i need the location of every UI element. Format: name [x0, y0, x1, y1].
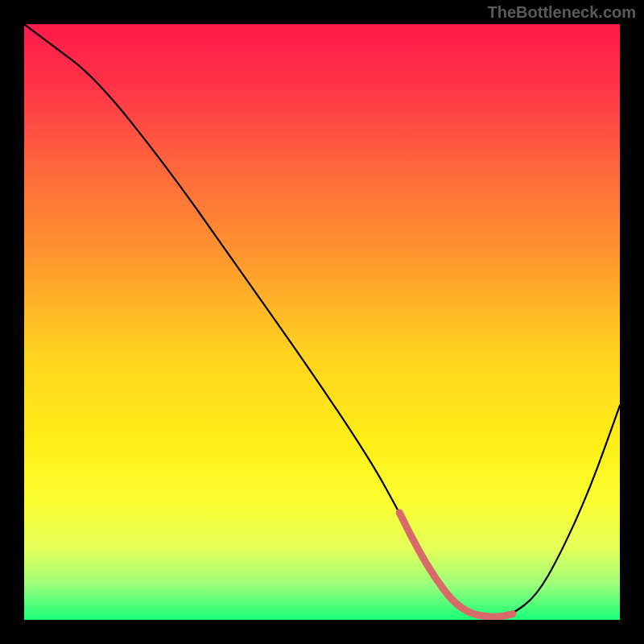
bottleneck-curve — [24, 24, 620, 617]
plot-area — [24, 24, 620, 620]
chart-container: TheBottleneck.com — [0, 0, 644, 644]
watermark-label: TheBottleneck.com — [488, 3, 636, 22]
optimal-range-marker — [399, 513, 513, 617]
curve-layer — [24, 24, 620, 620]
